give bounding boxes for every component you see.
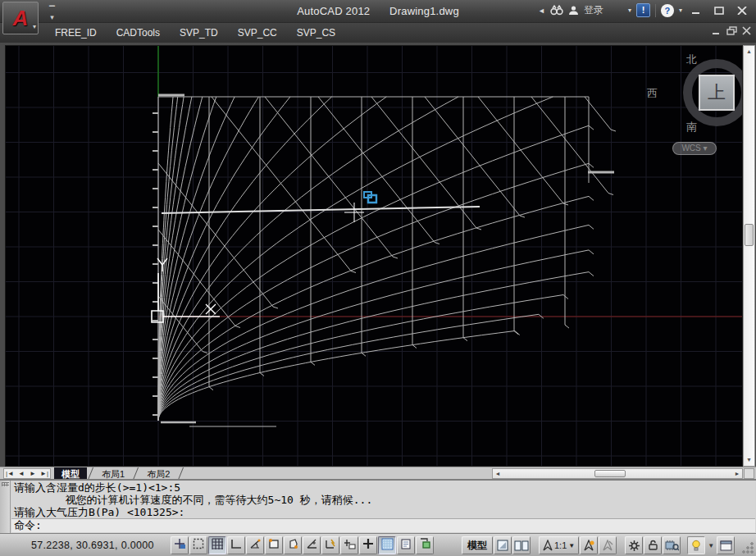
layout-tab-bar: |◄ ◄ ► ►| 模型 布局1 布局2 ◄ ►: [0, 467, 756, 479]
menu-free-id[interactable]: FREE_ID: [45, 23, 107, 43]
exchange-apps-button[interactable]: !: [636, 3, 650, 17]
menu-svp-cc[interactable]: SVP_CC: [228, 23, 287, 43]
psychrometric-chart-drawing: [6, 46, 743, 467]
viewport-frame: 北 南 西 东 上 WCS ▾ ▲ ▼: [0, 43, 756, 479]
help-dropdown-icon[interactable]: ▾: [679, 7, 682, 14]
menu-bar: FREE_ID CADTools SVP_TD SVP_CC SVP_CS: [0, 23, 756, 43]
sign-in-button[interactable]: 登录: [584, 3, 603, 17]
annotation-scale-icon: [543, 540, 553, 551]
show-lineweight-toggle-button[interactable]: [359, 536, 377, 554]
scrollbar-corner: [744, 468, 754, 479]
search-binoculars-icon[interactable]: [550, 5, 563, 16]
show-transparency-toggle-button[interactable]: [378, 536, 396, 554]
status-bar: 57.2238, 30.6931, 0.0000 模型 1:1 ▼: [0, 533, 756, 556]
horizontal-scrollbar[interactable]: ◄ ►: [492, 468, 743, 479]
menu-svp-td[interactable]: SVP_TD: [170, 23, 228, 43]
polar-tracking-icon: [249, 538, 262, 553]
show-lineweight-icon: [362, 538, 374, 553]
vertical-scroll-thumb[interactable]: [745, 224, 754, 246]
application-menu-button[interactable]: A ▾: [2, 2, 39, 34]
object-snap-tracking-toggle-button[interactable]: [303, 536, 321, 554]
maximize-button[interactable]: [710, 4, 728, 16]
snap-mode-icon: [193, 538, 204, 553]
autocad-logo-icon: A: [13, 7, 29, 29]
scroll-up-icon[interactable]: ▲: [744, 46, 754, 57]
minimize-button[interactable]: [687, 4, 705, 16]
status-toggle-group: [171, 536, 434, 554]
3d-object-snap-icon: [287, 538, 298, 553]
command-input-line[interactable]: 命令:: [11, 518, 755, 532]
command-window-grip[interactable]: [0, 481, 11, 535]
signin-dropdown-icon[interactable]: ▾: [628, 7, 631, 14]
snap-mode-toggle-button[interactable]: [189, 536, 207, 554]
viewcube-north-label[interactable]: 北: [686, 52, 697, 67]
menu-svp-cs[interactable]: SVP_CS: [287, 23, 345, 43]
tab-model[interactable]: 模型: [54, 467, 87, 480]
model-space-button[interactable]: 模型: [462, 536, 493, 554]
autocad-window: A ▾ ▔▾ AutoCAD 2012 Drawing1.dwg ◄ 登录 ▾ …: [0, 0, 756, 556]
tab-layout1[interactable]: 布局1: [94, 467, 132, 480]
scroll-right-icon[interactable]: ►: [732, 469, 742, 478]
doc-minimize-button[interactable]: [712, 26, 722, 35]
polar-tracking-toggle-button[interactable]: [246, 536, 264, 554]
object-snap-toggle-button[interactable]: [265, 536, 283, 554]
annotation-scale-button[interactable]: 1:1 ▼: [539, 536, 579, 554]
dynamic-input-toggle-button[interactable]: [340, 536, 358, 554]
annotation-autoscale-button[interactable]: [599, 536, 617, 554]
viewcube-south-label[interactable]: 南: [686, 120, 697, 134]
clean-screen-button[interactable]: [717, 536, 735, 554]
toolbar-lock-button[interactable]: [644, 536, 662, 554]
user-icon[interactable]: [568, 5, 579, 16]
scroll-left-icon[interactable]: ◄: [493, 469, 503, 478]
tab-nav-next-icon[interactable]: ►: [27, 469, 39, 478]
dynamic-ucs-icon: [325, 538, 336, 553]
document-name: Drawing1.dwg: [389, 5, 459, 17]
help-button[interactable]: ?: [661, 4, 674, 17]
dynamic-ucs-toggle-button[interactable]: [321, 536, 339, 554]
quick-properties-icon: [400, 538, 412, 553]
title-bar: A ▾ ▔▾ AutoCAD 2012 Drawing1.dwg ◄ 登录 ▾ …: [0, 0, 756, 23]
tab-nav-first-icon[interactable]: |◄: [4, 469, 16, 478]
ortho-mode-toggle-button[interactable]: [227, 536, 245, 554]
show-transparency-icon: [381, 538, 394, 554]
quick-properties-toggle-button[interactable]: [397, 536, 415, 554]
scale-dropdown-icon: ▼: [568, 542, 575, 549]
close-button[interactable]: [733, 4, 751, 16]
tab-nav-last-icon[interactable]: ►|: [39, 469, 50, 478]
horizontal-scroll-thumb[interactable]: [594, 470, 626, 477]
doc-restore-button[interactable]: [726, 26, 737, 35]
tab-nav-buttons: |◄ ◄ ► ►|: [3, 468, 51, 479]
model-space-canvas[interactable]: 北 南 西 东 上 WCS ▾: [5, 45, 743, 467]
viewcube-west-label[interactable]: 西: [647, 86, 658, 101]
doc-close-button[interactable]: [742, 26, 751, 35]
window-resize-grip[interactable]: [741, 541, 754, 554]
tab-nav-prev-icon[interactable]: ◄: [16, 469, 27, 478]
grid-display-toggle-button[interactable]: [208, 536, 226, 554]
coordinate-readout: 57.2238, 30.6931, 0.0000: [31, 540, 154, 551]
annotation-visibility-button[interactable]: [580, 536, 598, 554]
infer-constraints-toggle-button[interactable]: [171, 536, 189, 554]
selection-cycling-toggle-button[interactable]: [416, 536, 434, 554]
quick-view-drawings-button[interactable]: [512, 536, 531, 554]
quick-view-layouts-button[interactable]: [494, 536, 512, 554]
hardware-acceleration-button[interactable]: [663, 536, 681, 554]
3d-object-snap-toggle-button[interactable]: [284, 536, 302, 554]
workspace-switching-button[interactable]: [625, 536, 643, 554]
vertical-scrollbar[interactable]: ▲ ▼: [743, 45, 755, 467]
tab-layout2[interactable]: 布局2: [139, 467, 177, 480]
viewcube-wcs-button[interactable]: WCS ▾: [672, 142, 717, 155]
tab-divider: [133, 467, 139, 480]
scroll-down-icon[interactable]: ▼: [744, 454, 754, 466]
status-menu-dropdown-icon[interactable]: ▼: [706, 536, 716, 554]
application-status-menu-button[interactable]: [687, 536, 705, 554]
command-window[interactable]: 请输入含湿量d的步长(>=1)<1>:5 视您的计算机计算速度的不同，需等待大约…: [0, 479, 756, 533]
app-menu-arrow-icon: ▾: [33, 23, 36, 30]
dynamic-input-icon: [344, 538, 356, 553]
collapse-arrow-icon[interactable]: ◄: [538, 7, 545, 15]
command-history: 请输入含湿量d的步长(>=1)<1>:5 视您的计算机计算速度的不同，需等待大约…: [11, 481, 755, 519]
viewcube-top-face[interactable]: 上: [699, 75, 735, 111]
selection-cycling-icon: [419, 538, 431, 553]
object-snap-tracking-icon: [306, 538, 318, 553]
menu-cadtools[interactable]: CADTools: [107, 23, 170, 43]
titlebar-separator: [655, 4, 656, 17]
